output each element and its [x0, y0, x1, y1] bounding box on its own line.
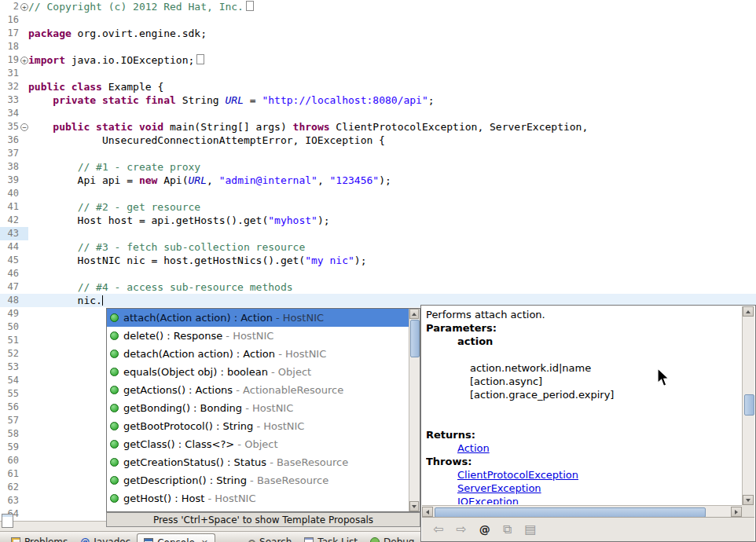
tab-task-list[interactable]: Task List: [298, 533, 364, 542]
code-line[interactable]: 39 Api api = new Api(URL, "admin@interna…: [0, 174, 756, 187]
code-line[interactable]: 43: [0, 227, 756, 240]
javadoc-line: [action.async]: [426, 375, 738, 388]
code-line[interactable]: 32public class Example {: [0, 80, 756, 93]
code-line[interactable]: 41 // #2 - get resource: [0, 200, 756, 214]
fold-expand-icon[interactable]: +: [20, 57, 28, 64]
completion-item[interactable]: getClass() : Class<?> - Object: [107, 435, 409, 453]
line-number: 60: [0, 454, 19, 467]
tasklist-icon: [304, 537, 314, 542]
fold-ruler: [19, 401, 28, 414]
javadoc-link[interactable]: Action: [457, 442, 490, 454]
tab-debug[interactable]: Debug: [364, 533, 420, 542]
line-number: 52: [0, 347, 19, 361]
public-method-icon: [110, 313, 119, 322]
code-line[interactable]: 19+import java.io.IOException;: [0, 53, 756, 67]
completion-label: delete() : Response: [123, 330, 222, 342]
scrollbar-thumb[interactable]: [410, 320, 420, 357]
code-line[interactable]: 2+// Copyright (c) 2012 Red Hat, Inc.: [0, 0, 756, 13]
completion-label: getBootProtocol() : String: [123, 420, 253, 432]
code-line[interactable]: 37: [0, 147, 756, 160]
fold-expand-icon[interactable]: +: [20, 3, 28, 11]
tab-search[interactable]: Search: [242, 533, 298, 542]
public-method-icon: [110, 440, 119, 449]
code-line[interactable]: 47 // #4 - access sub-resource methods: [0, 280, 756, 294]
debug-icon: [370, 537, 380, 542]
scroll-right-icon[interactable]: [731, 507, 742, 517]
tab-problems[interactable]: Problems: [5, 533, 74, 542]
code-line[interactable]: 34: [0, 107, 756, 120]
close-icon[interactable]: ✕: [201, 538, 208, 542]
completion-item[interactable]: attach(Action action) : Action - HostNIC: [107, 309, 409, 327]
fold-ruler: [19, 40, 28, 53]
fold-ruler: [19, 280, 28, 294]
javadoc-link[interactable]: IOException: [457, 496, 519, 504]
code-line[interactable]: 46: [0, 267, 756, 280]
fold-ruler: [19, 374, 28, 387]
scroll-down-icon[interactable]: [743, 495, 754, 505]
code-line[interactable]: 36 UnsecuredConnectionAttemptError, IOEx…: [0, 134, 756, 147]
javadoc-link[interactable]: ServerException: [457, 482, 541, 494]
completion-label: detach(Action action) : Action: [123, 348, 275, 360]
code-text: UnsecuredConnectionAttemptError, IOExcep…: [28, 134, 756, 147]
scroll-up-icon[interactable]: [743, 306, 754, 317]
fold-ruler: [19, 347, 28, 361]
javadoc-content: Performs attach action.Parameters:action…: [426, 308, 738, 504]
completion-item[interactable]: getBootProtocol() : String - HostNIC: [107, 417, 409, 435]
scrollbar-thumb[interactable]: [744, 394, 754, 416]
scroll-up-icon[interactable]: [409, 309, 419, 319]
completion-item[interactable]: getActions() : Actions - ActionableResou…: [107, 381, 409, 399]
completion-item[interactable]: delete() : Response - HostNIC: [107, 327, 409, 345]
code-line[interactable]: 40: [0, 187, 756, 200]
completion-popup: attach(Action action) : Action - HostNIC…: [106, 308, 420, 512]
javadoc-vscrollbar[interactable]: [742, 306, 754, 505]
open-declaration-icon[interactable]: ▤: [524, 523, 536, 536]
fold-ruler: [19, 387, 28, 401]
completion-origin: - HostNIC: [273, 312, 324, 324]
code-line[interactable]: 18: [0, 40, 756, 53]
code-line[interactable]: 17package org.ovirt.engine.sdk;: [0, 27, 756, 40]
scroll-down-icon[interactable]: [409, 501, 419, 511]
completion-item[interactable]: getDescription() : String - BaseResource: [107, 471, 409, 489]
code-text: Api api = new Api(URL, "admin@internal",…: [28, 174, 756, 187]
code-line[interactable]: 44 // #3 - fetch sub-collection resource: [0, 240, 756, 254]
line-number: 45: [0, 254, 19, 267]
completion-item[interactable]: getHost() : Host - HostNIC: [107, 489, 409, 507]
tab-label: Console: [157, 537, 195, 542]
completion-origin: - HostNIC: [204, 493, 255, 504]
completion-item[interactable]: detach(Action action) : Action - HostNIC: [107, 345, 409, 363]
show-in-javadoc-view-icon[interactable]: @: [479, 523, 490, 536]
line-number: 53: [0, 361, 19, 374]
completion-item[interactable]: [107, 507, 409, 511]
code-line[interactable]: 35− public static void main(String[] arg…: [0, 120, 756, 134]
line-number: 44: [0, 240, 19, 254]
javadoc-hscrollbar[interactable]: [422, 505, 742, 518]
line-number: 59: [0, 441, 19, 454]
line-number: 61: [0, 467, 19, 481]
tab-label: Task List: [317, 537, 358, 542]
line-number: 17: [0, 27, 19, 40]
tab-console[interactable]: Console✕: [137, 533, 215, 542]
completion-item[interactable]: getBonding() : Bonding - HostNIC: [107, 399, 409, 417]
code-line[interactable]: 42 Host host = api.getHosts().get("myhos…: [0, 214, 756, 227]
forward-icon[interactable]: ⇨: [456, 523, 466, 536]
code-line[interactable]: 31: [0, 67, 756, 80]
fold-collapse-icon[interactable]: −: [20, 123, 28, 131]
collapsed-region-icon[interactable]: [246, 1, 254, 11]
open-attached-javadoc-icon[interactable]: ⧉: [503, 523, 512, 536]
tab-label: Problems: [24, 537, 68, 542]
back-icon[interactable]: ⇦: [433, 523, 443, 536]
code-line[interactable]: 16: [0, 13, 756, 27]
scroll-left-icon[interactable]: [422, 507, 433, 517]
tab-javadoc[interactable]: @Javadoc: [74, 533, 137, 542]
code-line[interactable]: 38 // #1 - create proxy: [0, 160, 756, 174]
code-text: // #4 - access sub-resource methods: [28, 280, 756, 294]
completion-scrollbar[interactable]: [409, 309, 420, 511]
completion-item[interactable]: getCreationStatus() : Status - BaseResou…: [107, 453, 409, 471]
line-number: 54: [0, 374, 19, 387]
javadoc-line: Action: [426, 441, 738, 455]
code-line[interactable]: 45 HostNIC nic = host.getHostNics().get(…: [0, 254, 756, 267]
code-line[interactable]: 33 private static final String URL = "ht…: [0, 93, 756, 107]
completion-item[interactable]: equals(Object obj) : boolean - Object: [107, 363, 409, 381]
collapsed-region-icon[interactable]: [196, 54, 204, 64]
javadoc-link[interactable]: ClientProtocolException: [457, 469, 578, 481]
